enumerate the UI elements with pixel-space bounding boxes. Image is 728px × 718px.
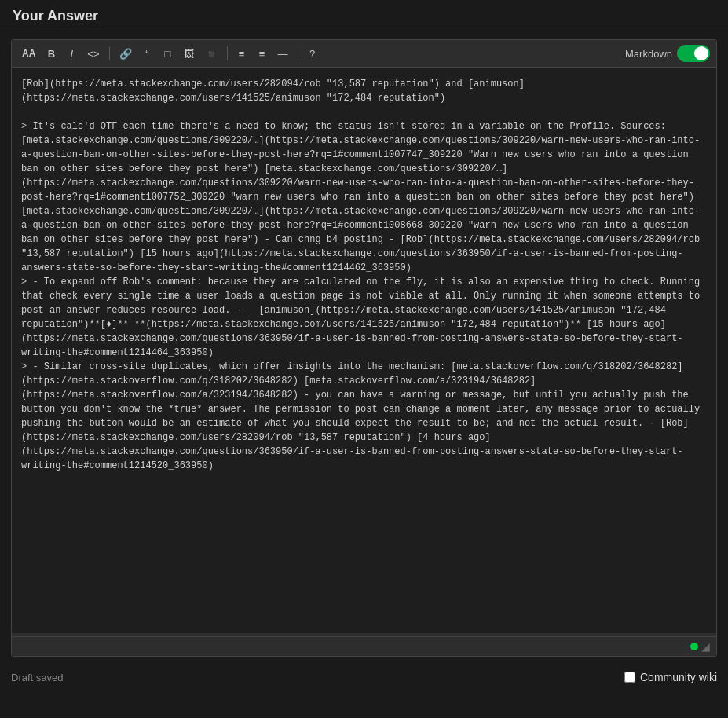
italic-button[interactable]: I — [63, 45, 80, 62]
page-title: Your Answer — [13, 8, 98, 24]
editor-textarea[interactable]: [Rob](https://meta.stackexchange.com/use… — [12, 68, 716, 633]
font-size-icon: AA — [22, 48, 35, 59]
table-button[interactable]: ◾ — [201, 45, 221, 62]
image-icon: □ — [165, 48, 171, 60]
font-size-button[interactable]: AA — [18, 45, 39, 62]
blockquote-icon: “ — [145, 48, 148, 60]
resize-handle[interactable]: ◢ — [701, 640, 710, 653]
horizontal-rule-icon: — — [278, 48, 288, 60]
italic-icon: I — [71, 48, 74, 60]
markdown-label: Markdown — [625, 48, 672, 60]
toolbar-separator-1 — [109, 46, 110, 60]
your-answer-header: Your Answer — [0, 0, 728, 31]
footer-bar: Draft saved Community wiki — [0, 665, 728, 690]
code-icon: <> — [87, 48, 99, 60]
photo-button[interactable]: 🖼 — [180, 45, 198, 62]
help-button[interactable]: ? — [304, 45, 321, 62]
help-icon: ? — [309, 48, 315, 60]
image-button[interactable]: □ — [159, 45, 177, 62]
blockquote-button[interactable]: “ — [139, 45, 156, 62]
markdown-toggle-switch[interactable] — [677, 45, 710, 62]
unordered-list-icon: ≡ — [259, 48, 265, 60]
page-container: Your Answer AA B I <> 🔗 “ — [0, 0, 728, 690]
unordered-list-button[interactable]: ≡ — [254, 45, 271, 62]
community-wiki-checkbox[interactable] — [624, 672, 635, 683]
ordered-list-icon: ≡ — [239, 48, 245, 60]
table-icon: ◾ — [205, 48, 218, 60]
community-wiki-area: Community wiki — [624, 671, 717, 683]
code-button[interactable]: <> — [83, 45, 103, 62]
bold-icon: B — [48, 48, 55, 60]
editor-container: AA B I <> 🔗 “ □ 🖼 — [11, 39, 717, 657]
link-button[interactable]: 🔗 — [115, 45, 136, 62]
ordered-list-button[interactable]: ≡ — [233, 45, 251, 62]
link-icon: 🔗 — [119, 48, 132, 60]
editor-bottom-bar: ◢ — [12, 636, 716, 656]
horizontal-rule-button[interactable]: — — [274, 45, 292, 62]
photo-icon: 🖼 — [184, 48, 194, 60]
editor-toolbar: AA B I <> 🔗 “ □ 🖼 — [12, 40, 716, 68]
toolbar-separator-3 — [298, 46, 298, 60]
status-dot — [690, 643, 698, 650]
bold-button[interactable]: B — [42, 45, 60, 62]
toolbar-separator-2 — [227, 46, 228, 60]
community-wiki-label[interactable]: Community wiki — [640, 671, 717, 683]
markdown-toggle-area: Markdown — [625, 45, 710, 62]
draft-saved-label: Draft saved — [11, 672, 63, 683]
